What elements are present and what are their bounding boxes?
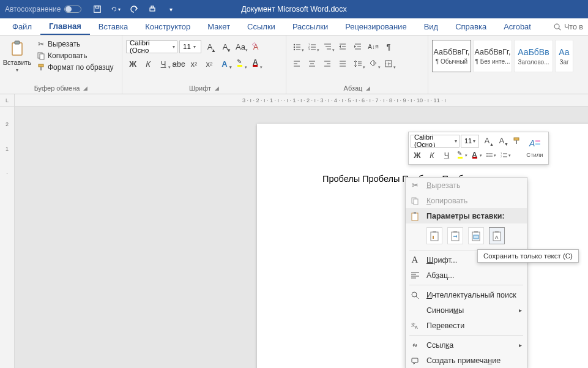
ruler-corner[interactable]: L	[0, 94, 15, 107]
ctx-cut[interactable]: ✂Вырезать	[406, 178, 527, 193]
undo-icon[interactable]: ▾	[111, 4, 121, 14]
superscript-button[interactable]: x2	[203, 57, 216, 70]
save-icon[interactable]	[92, 4, 102, 14]
numbering-button[interactable]: 123▾	[305, 40, 319, 53]
horizontal-ruler[interactable]: 3 · ı · 2 · ı · 1 · ı · · ı · 1 · ı · 2 …	[15, 94, 588, 107]
tab-view[interactable]: Вид	[415, 18, 447, 35]
style-heading2[interactable]: АаЗаг	[555, 40, 573, 72]
mini-bullets-button[interactable]: ▾	[484, 149, 497, 162]
decrease-indent-button[interactable]	[336, 40, 349, 53]
autosave-switch[interactable]: Автосохранение	[5, 5, 81, 13]
tab-file[interactable]: Файл	[4, 18, 40, 35]
styles-gallery[interactable]: АаБбВвГг,¶ Обычный АаБбВвГг,¶ Без инте..…	[432, 40, 573, 83]
tab-insert[interactable]: Вставка	[90, 18, 136, 35]
dialog-launcher-icon[interactable]: ◢	[366, 85, 370, 91]
mini-size-combo[interactable]: 11▾	[461, 135, 479, 148]
svg-rect-65	[414, 199, 418, 205]
svg-rect-67	[414, 212, 416, 214]
underline-button[interactable]: Ч▾	[157, 57, 170, 70]
ctx-synonyms[interactable]: Синонимы▸	[406, 302, 527, 318]
titlebar: Автосохранение ▾ ▾ Документ Microsoft Wo…	[0, 0, 588, 18]
mini-shrink-font-button[interactable]: A▼	[495, 134, 508, 148]
change-case-button[interactable]: Aa▾	[234, 40, 247, 53]
svg-rect-73	[474, 231, 478, 233]
font-size-combo[interactable]: 11▾	[179, 40, 201, 53]
line-spacing-button[interactable]: ▾	[351, 57, 365, 70]
svg-text:2: 2	[501, 155, 502, 158]
paste-merge-formatting[interactable]	[447, 227, 463, 244]
tab-home[interactable]: Главная	[40, 18, 90, 35]
shrink-font-button[interactable]: A▼	[218, 40, 232, 53]
mini-format-painter-button[interactable]	[510, 134, 523, 148]
align-right-button[interactable]	[321, 57, 334, 70]
autosave-toggle-icon[interactable]	[64, 6, 81, 13]
increase-indent-button[interactable]	[351, 40, 365, 53]
qat-more-icon[interactable]: ▾	[166, 4, 176, 14]
justify-button[interactable]	[336, 57, 349, 70]
mini-italic-button[interactable]: К	[425, 149, 439, 162]
copy-button[interactable]: Копировать	[34, 50, 116, 61]
strikethrough-button[interactable]: abc	[172, 57, 185, 70]
cut-button[interactable]: ✂Вырезать	[34, 38, 116, 50]
redo-icon[interactable]	[129, 4, 139, 14]
paste-keep-source[interactable]	[426, 227, 442, 244]
ctx-link[interactable]: Ссылка▸	[406, 337, 527, 353]
svg-rect-62	[535, 140, 540, 142]
style-normal[interactable]: АаБбВвГг,¶ Обычный	[432, 40, 471, 72]
tab-references[interactable]: Ссылки	[239, 18, 284, 35]
context-menu: ✂Вырезать Копировать Параметры вставки: …	[405, 177, 527, 368]
mini-bold-button[interactable]: Ж	[411, 149, 424, 162]
tab-acrobat[interactable]: Acrobat	[495, 18, 540, 35]
dialog-launcher-icon[interactable]: ◢	[83, 85, 87, 91]
multilevel-list-button[interactable]: ▾	[321, 40, 334, 53]
paste-text-only[interactable]: A	[489, 227, 505, 244]
bullets-button[interactable]: ▾	[290, 40, 303, 53]
mini-highlight-button[interactable]: ✎▾	[455, 149, 468, 162]
paste-button[interactable]: Вставить ▾	[4, 38, 31, 83]
clear-formatting-button[interactable]: A◇	[249, 40, 262, 53]
style-heading1[interactable]: АаБбВвЗаголово...	[514, 40, 553, 72]
dialog-launcher-icon[interactable]: ◢	[215, 85, 219, 91]
text-effects-button[interactable]: A▾	[218, 57, 231, 70]
format-painter-button[interactable]: Формат по образцу	[34, 61, 116, 73]
vertical-ruler[interactable]: 21·	[0, 107, 15, 368]
svg-point-55	[486, 156, 488, 157]
svg-rect-86	[412, 358, 418, 362]
subscript-button[interactable]: x2	[187, 57, 201, 70]
quick-print-icon[interactable]	[147, 4, 157, 14]
italic-button[interactable]: К	[141, 57, 155, 70]
tab-help[interactable]: Справка	[447, 18, 495, 35]
align-center-button[interactable]	[305, 57, 319, 70]
tab-mailings[interactable]: Рассылки	[284, 18, 337, 35]
highlight-button[interactable]: ✎▾	[233, 57, 247, 70]
sort-button[interactable]: A↓Я	[367, 40, 380, 53]
mini-underline-button[interactable]: Ч	[440, 149, 453, 162]
borders-button[interactable]: ▾	[382, 57, 395, 70]
tab-review[interactable]: Рецензирование	[337, 18, 415, 35]
tab-layout[interactable]: Макет	[199, 18, 239, 35]
show-marks-button[interactable]: ¶	[382, 40, 395, 53]
font-name-combo[interactable]: Calibri (Осно▾	[126, 40, 177, 53]
ctx-paragraph[interactable]: Абзац...	[406, 268, 527, 283]
paste-picture[interactable]	[468, 227, 484, 244]
style-no-spacing[interactable]: АаБбВвГг,¶ Без инте...	[473, 40, 512, 72]
mini-numbering-button[interactable]: 12▾	[499, 149, 512, 162]
ctx-smart-lookup[interactable]: Интеллектуальный поиск	[406, 287, 527, 302]
search-icon	[553, 23, 562, 31]
svg-rect-76	[495, 231, 499, 233]
ctx-copy[interactable]: Копировать	[406, 193, 527, 208]
mini-font-color-button[interactable]: A▾	[469, 149, 483, 162]
align-left-button[interactable]	[290, 57, 303, 70]
shading-button[interactable]: ▾	[367, 57, 380, 70]
mini-grow-font-button[interactable]: A▲	[480, 134, 494, 148]
mini-font-combo[interactable]: Calibri (Осно۱▾	[411, 135, 460, 148]
mini-styles-button[interactable]: A Стили	[523, 134, 546, 161]
tell-me-search[interactable]: Что в	[553, 18, 588, 35]
brush-icon	[512, 137, 521, 145]
ctx-translate[interactable]: 文AПеревести	[406, 318, 527, 333]
ctx-new-comment[interactable]: Создать примечание	[406, 353, 527, 368]
font-color-button[interactable]: A▾	[248, 57, 262, 70]
grow-font-button[interactable]: A▲	[203, 40, 217, 53]
bold-button[interactable]: Ж	[126, 57, 140, 70]
tab-design[interactable]: Конструктор	[136, 18, 199, 35]
